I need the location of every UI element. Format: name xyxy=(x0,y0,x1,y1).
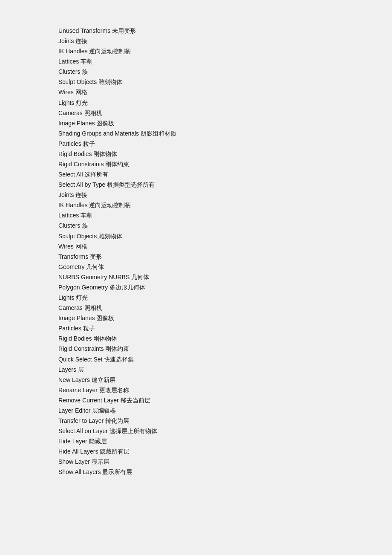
menu-item[interactable]: Transforms 变形 xyxy=(58,251,392,262)
menu-item[interactable]: Particles 粒子 xyxy=(58,139,392,149)
menu-item[interactable]: Select All by Type 根据类型选择所有 xyxy=(58,179,392,190)
menu-item[interactable]: Image Planes 图像板 xyxy=(58,118,392,128)
menu-item[interactable]: Remove Current Layer 移去当前层 xyxy=(58,395,392,405)
menu-item[interactable]: Joints 连接 xyxy=(58,190,392,200)
menu-item[interactable]: Layer Editor 层编辑器 xyxy=(58,405,392,416)
menu-item[interactable]: Shading Groups and Materials 阴影组和材质 xyxy=(58,128,392,139)
menu-item[interactable]: IK Handles 逆向运动控制柄 xyxy=(58,200,392,210)
menu-item[interactable]: Transfer to Layer 转化为层 xyxy=(58,416,392,426)
menu-item[interactable]: Rename Layer 更改层名称 xyxy=(58,385,392,395)
menu-item[interactable]: Rigid Bodies 刚体物体 xyxy=(58,149,392,159)
menu-item[interactable]: Lattices 车削 xyxy=(58,56,392,66)
menu-item[interactable]: Lattices 车削 xyxy=(58,210,392,220)
menu-item[interactable]: Wires 网格 xyxy=(58,241,392,251)
menu-item[interactable]: Lights 灯光 xyxy=(58,98,392,108)
menu-item[interactable]: NURBS Geometry NURBS 几何体 xyxy=(58,272,392,282)
menu-item[interactable]: Particles 粒子 xyxy=(58,323,392,333)
menu-item[interactable]: Quick Select Set 快速选择集 xyxy=(58,354,392,364)
menu-item[interactable]: Image Planes 图像板 xyxy=(58,313,392,323)
menu-item[interactable]: IK Handles 逆向运动控制柄 xyxy=(58,46,392,56)
menu-item[interactable]: Cameras 照相机 xyxy=(58,303,392,313)
menu-item[interactable]: Layers 层 xyxy=(58,364,392,375)
menu-list: Unused Transforms 未用变形Joints 连接IK Handle… xyxy=(0,0,392,503)
menu-item[interactable]: Show All Layers 显示所有层 xyxy=(58,467,392,477)
menu-item[interactable]: Clusters 族 xyxy=(58,220,392,231)
menu-item[interactable]: Cameras 照相机 xyxy=(58,108,392,118)
menu-item[interactable]: Select All 选择所有 xyxy=(58,169,392,179)
menu-item[interactable]: Joints 连接 xyxy=(58,36,392,46)
menu-item[interactable]: Unused Transforms 未用变形 xyxy=(58,26,392,36)
menu-item[interactable]: Sculpt Objects 雕刻物体 xyxy=(58,77,392,87)
menu-item[interactable]: Select All on Layer 选择层上所有物体 xyxy=(58,426,392,436)
menu-item[interactable]: Show Layer 显示层 xyxy=(58,457,392,467)
menu-item[interactable]: New Layers 建立新层 xyxy=(58,375,392,385)
menu-item[interactable]: Rigid Constraints 刚体约束 xyxy=(58,159,392,169)
menu-item[interactable]: Hide Layer 隐藏层 xyxy=(58,436,392,446)
menu-item[interactable]: Lights 灯光 xyxy=(58,292,392,303)
menu-item[interactable]: Sculpt Objects 雕刻物体 xyxy=(58,231,392,241)
menu-item[interactable]: Wires 网格 xyxy=(58,87,392,97)
menu-item[interactable]: Hide All Layers 隐藏所有层 xyxy=(58,446,392,457)
menu-item[interactable]: Geometry 几何体 xyxy=(58,262,392,272)
menu-item[interactable]: Polygon Geometry 多边形几何体 xyxy=(58,282,392,292)
menu-item[interactable]: Rigid Bodies 刚体物体 xyxy=(58,333,392,344)
menu-item[interactable]: Rigid Constraints 刚体约束 xyxy=(58,344,392,354)
menu-item[interactable]: Clusters 族 xyxy=(58,66,392,77)
